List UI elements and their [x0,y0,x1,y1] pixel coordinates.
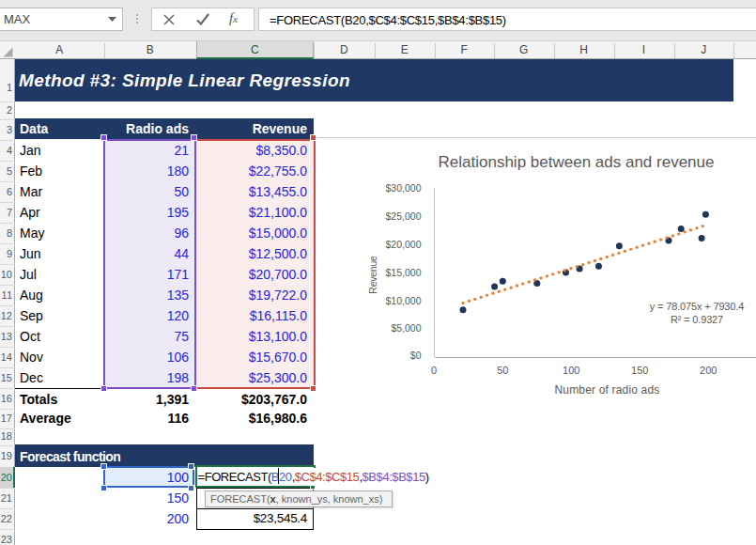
svg-text:50: 50 [497,365,508,376]
svg-text:200: 200 [700,365,717,376]
svg-text:100: 100 [563,365,579,376]
svg-text:R² = 0.9327: R² = 0.9327 [671,314,723,325]
svg-text:150: 150 [631,365,648,376]
svg-text:Relationship between ads and r: Relationship between ads and revenue [439,153,715,171]
svg-text:$25,000: $25,000 [386,210,422,222]
svg-text:Number of radio ads: Number of radio ads [555,383,660,397]
svg-text:y = 78.075x + 7930.4: y = 78.075x + 7930.4 [650,301,744,312]
svg-text:$5,000: $5,000 [391,322,421,334]
svg-text:Revenue: Revenue [367,256,378,294]
svg-text:$10,000: $10,000 [386,295,422,306]
svg-text:$20,000: $20,000 [386,239,422,250]
svg-text:$30,000: $30,000 [386,182,422,194]
svg-text:$0: $0 [410,350,422,361]
svg-text:$15,000: $15,000 [386,267,422,278]
svg-text:0: 0 [431,365,437,376]
